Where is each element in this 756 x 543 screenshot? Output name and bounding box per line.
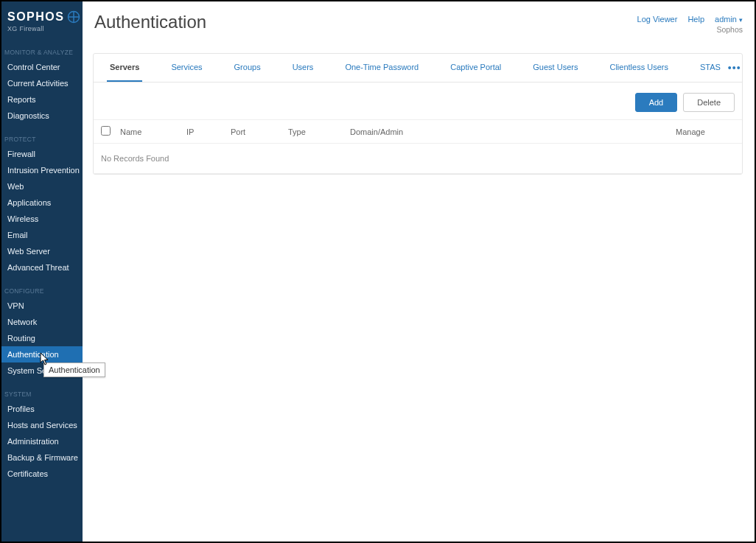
sidebar-item-current-activities[interactable]: Current Activities (1, 75, 83, 91)
sidebar-item-wireless[interactable]: Wireless (1, 211, 83, 227)
top-links: Log Viewer Help admin (637, 15, 743, 24)
column-name: Name (120, 127, 186, 136)
add-button[interactable]: Add (635, 93, 678, 112)
column-domain: Domain/Admin (350, 127, 676, 136)
delete-button[interactable]: Delete (683, 93, 735, 112)
sidebar-item-control-center[interactable]: Control Center (1, 59, 83, 75)
table-empty-message: No Records Found (94, 144, 742, 174)
table-header: Name IP Port Type Domain/Admin Manage (94, 119, 742, 144)
sidebar-item-web[interactable]: Web (1, 178, 83, 195)
tab-captive-portal[interactable]: Captive Portal (447, 54, 504, 82)
sidebar-item-diagnostics[interactable]: Diagnostics (1, 108, 83, 124)
nav-section-title: SYSTEM (1, 386, 83, 401)
tabs-bar: Servers Services Groups Users One-Time P… (94, 54, 742, 83)
sidebar-item-reports[interactable]: Reports (1, 91, 83, 108)
sidebar-item-backup-firmware[interactable]: Backup & Firmware (1, 449, 83, 466)
sidebar-item-web-server[interactable]: Web Server (1, 243, 83, 259)
user-menu[interactable]: admin (715, 15, 743, 24)
tab-servers[interactable]: Servers (107, 54, 142, 82)
tab-more-icon[interactable]: ••• (724, 62, 746, 74)
help-link[interactable]: Help (687, 15, 704, 24)
topbar: Authentication Log Viewer Help admin Sop… (83, 1, 755, 34)
tab-clientless-users[interactable]: Clientless Users (606, 54, 671, 82)
brand-name: SOPHOS (7, 10, 64, 24)
column-ip: IP (186, 127, 231, 136)
nav-section-monitor: MONITOR & ANALYZE Control Center Current… (1, 44, 83, 124)
sidebar-item-network[interactable]: Network (1, 314, 83, 330)
sidebar-item-certificates[interactable]: Certificates (1, 466, 83, 482)
product-subtitle: XG Firewall (7, 25, 77, 32)
sidebar-item-email[interactable]: Email (1, 227, 83, 243)
actions-row: Add Delete (94, 83, 742, 119)
nav-section-system: SYSTEM Profiles Hosts and Services Admin… (1, 386, 83, 482)
company-label: Sophos (637, 25, 743, 34)
nav-section-title: CONFIGURE (1, 283, 83, 298)
tooltip-authentication: Authentication (43, 362, 105, 377)
tab-stas[interactable]: STAS (697, 54, 724, 82)
sidebar-item-routing[interactable]: Routing (1, 330, 83, 346)
column-type: Type (288, 127, 350, 136)
sidebar-item-authentication[interactable]: Authentication (1, 346, 83, 362)
tab-otp[interactable]: One-Time Password (342, 54, 421, 82)
page-title: Authentication (94, 12, 206, 32)
tab-users[interactable]: Users (290, 54, 317, 82)
content-card: Servers Services Groups Users One-Time P… (93, 53, 743, 175)
main-content: Authentication Log Viewer Help admin Sop… (83, 1, 755, 542)
sidebar-item-hosts-and-services[interactable]: Hosts and Services (1, 417, 83, 433)
tab-services[interactable]: Services (168, 54, 205, 82)
sidebar-header: SOPHOS XG Firewall (1, 1, 83, 37)
nav-section-protect: PROTECT Firewall Intrusion Prevention We… (1, 131, 83, 276)
sidebar: SOPHOS XG Firewall MONITOR & ANALYZE Con… (1, 1, 83, 542)
sidebar-item-profiles[interactable]: Profiles (1, 401, 83, 417)
column-manage: Manage (676, 127, 735, 136)
brand-icon (67, 10, 80, 24)
sidebar-item-intrusion-prevention[interactable]: Intrusion Prevention (1, 162, 83, 178)
sidebar-item-applications[interactable]: Applications (1, 195, 83, 211)
sidebar-item-vpn[interactable]: VPN (1, 298, 83, 314)
log-viewer-link[interactable]: Log Viewer (637, 15, 678, 24)
sidebar-item-advanced-threat[interactable]: Advanced Threat (1, 259, 83, 276)
sidebar-item-firewall[interactable]: Firewall (1, 146, 83, 162)
tab-guest-users[interactable]: Guest Users (530, 54, 581, 82)
tab-groups[interactable]: Groups (231, 54, 264, 82)
sidebar-item-administration[interactable]: Administration (1, 433, 83, 449)
nav-section-title: PROTECT (1, 131, 83, 146)
column-port: Port (231, 127, 288, 136)
select-all-checkbox[interactable] (101, 126, 117, 137)
nav-section-title: MONITOR & ANALYZE (1, 44, 83, 59)
